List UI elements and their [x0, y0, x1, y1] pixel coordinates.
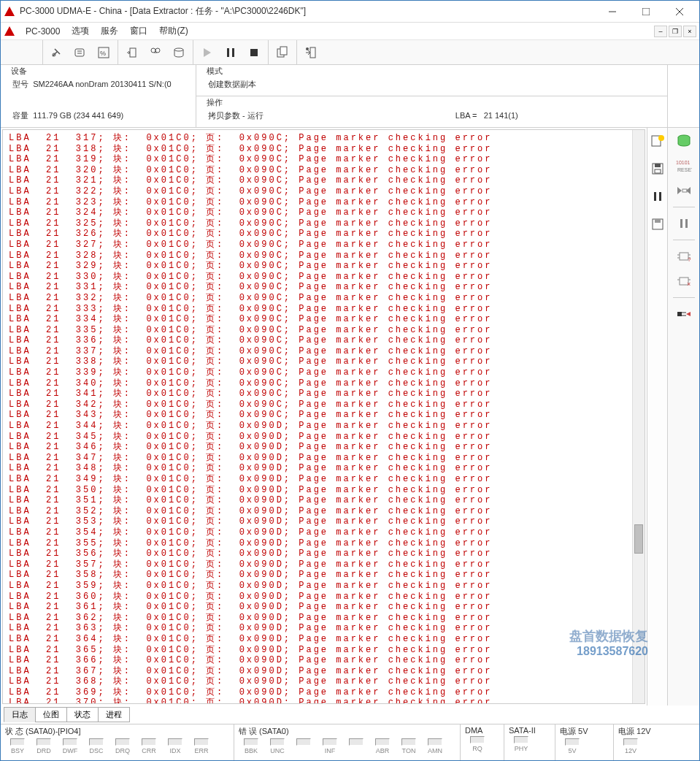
sb-chip2-icon[interactable]: × [674, 272, 694, 290]
svg-rect-19 [232, 48, 234, 57]
log-side-toolbar [647, 128, 667, 705]
svg-rect-33 [655, 219, 661, 223]
menu-options[interactable]: 选项 [66, 23, 95, 39]
status-sata2-label: SATA-II [509, 726, 550, 735]
model-value: SM2246AA nonDram 20130411 S/N:(0 [33, 80, 172, 88]
indicator: ERR [189, 738, 214, 754]
svg-rect-28 [655, 164, 661, 167]
stop-button[interactable] [246, 45, 262, 61]
tool-disk-icon[interactable] [171, 45, 187, 61]
lba-value: 21 141(1) [484, 111, 518, 120]
capacity-label: 容量 [12, 111, 28, 120]
svg-rect-7 [75, 49, 84, 56]
close-button[interactable] [663, 1, 696, 22]
menu-window[interactable]: 窗口 [124, 23, 153, 39]
maximize-button[interactable] [629, 1, 663, 22]
svg-rect-30 [654, 192, 656, 201]
indicator: IDX [163, 738, 188, 754]
svg-rect-31 [659, 192, 661, 201]
mode-group-label: 模式 [205, 66, 224, 75]
mdi-minimize[interactable]: – [654, 26, 667, 37]
mdi-close[interactable]: × [683, 26, 696, 37]
log-scrollbar[interactable] [632, 130, 645, 703]
mdi-restore[interactable]: ❐ [669, 26, 682, 37]
indicator: BSY [5, 738, 30, 754]
svg-rect-12 [130, 48, 136, 57]
indicator: DRQ [110, 738, 135, 754]
mode-value: 创建数据副本 [202, 77, 661, 91]
tab-status[interactable]: 状态 [66, 707, 99, 722]
toolbar: % [1, 40, 699, 65]
status-dma-label: DMA [465, 726, 499, 735]
indicator: AMN [423, 738, 447, 754]
play-button[interactable] [199, 45, 215, 61]
menu-services[interactable]: 服务 [95, 23, 124, 39]
tab-log[interactable]: 日志 [4, 707, 36, 722]
svg-rect-2 [642, 8, 650, 15]
menubar: PC-3000 选项 服务 窗口 帮助(Z) – ❐ × [1, 23, 699, 40]
indicator: 5V [560, 738, 585, 754]
sb-plug-icon[interactable] [674, 305, 694, 323]
tool-exit-icon[interactable] [303, 45, 319, 61]
info-panels: 设备 型号 SM2246AA nonDram 20130411 S/N:(0 容… [1, 65, 699, 128]
svg-text:%: % [100, 50, 106, 57]
status-err-label: 错 误 (SATA0) [239, 726, 455, 737]
svg-marker-5 [4, 26, 15, 36]
lba-label: LBA = [455, 111, 477, 120]
status-bar: 状 态 (SATA0)-[PIO4] BSYDRDDWFDSCDRQCRRIDX… [1, 724, 699, 760]
svg-point-26 [658, 135, 664, 141]
svg-rect-29 [655, 169, 661, 173]
log-tabs: 日志 位图 状态 进程 [1, 705, 699, 724]
indicator: UNC [265, 738, 290, 754]
indicator: TON [396, 738, 421, 754]
indicator: DRD [31, 738, 56, 754]
device-group-label: 设备 [9, 66, 28, 75]
side-new-icon[interactable] [647, 132, 668, 150]
menu-help[interactable]: 帮助(Z) [153, 23, 193, 39]
svg-marker-39 [686, 187, 691, 194]
svg-text:×: × [687, 280, 691, 287]
tool-percent-icon[interactable]: % [96, 45, 112, 61]
svg-rect-40 [680, 219, 682, 228]
svg-rect-41 [685, 219, 688, 228]
tab-bitmap[interactable]: 位图 [35, 707, 67, 722]
status-sata0-label: 状 态 (SATA0)-[PIO4] [5, 726, 229, 737]
side-save-icon[interactable] [647, 160, 668, 177]
indicator: PHY [509, 736, 534, 752]
tool-search-icon[interactable] [147, 45, 164, 61]
right-sidebar: 10101RESET ? × [667, 128, 699, 705]
sb-disk-icon[interactable] [674, 132, 694, 150]
svg-point-24 [306, 47, 309, 50]
svg-text:RESET: RESET [677, 167, 692, 172]
brand-icon [4, 26, 15, 37]
svg-text:?: ? [688, 256, 691, 262]
indicator: BBK [239, 738, 264, 754]
side-pause-icon[interactable] [647, 188, 668, 205]
tool-copy-icon[interactable] [274, 45, 291, 61]
svg-rect-18 [227, 48, 229, 57]
sb-seek-icon[interactable] [674, 182, 694, 199]
scroll-thumb[interactable] [634, 524, 643, 554]
tool-export-icon[interactable] [124, 45, 140, 61]
indicator: CRR [136, 738, 161, 754]
tab-process[interactable]: 进程 [98, 707, 130, 722]
minimize-button[interactable] [596, 1, 629, 22]
indicator: DWF [58, 738, 82, 754]
svg-text:10101: 10101 [676, 160, 691, 165]
sb-chip1-icon[interactable]: ? [674, 248, 694, 265]
indicator: INF [318, 738, 342, 754]
svg-point-14 [155, 48, 160, 53]
pause-button[interactable] [223, 45, 239, 61]
side-save2-icon[interactable] [647, 215, 668, 233]
svg-marker-17 [204, 48, 211, 57]
log-text[interactable]: LBA 21 317; 块: 0x01C0; 页: 0x090C; Page m… [3, 130, 632, 703]
sb-pause-icon[interactable] [674, 215, 694, 232]
indicator: RQ [465, 736, 490, 752]
svg-marker-55 [686, 312, 691, 316]
svg-rect-20 [250, 49, 258, 56]
operation-group-label: 操作 [205, 98, 224, 107]
tool-config-icon[interactable] [72, 45, 88, 61]
tool-settings-icon[interactable] [49, 45, 65, 61]
sb-reset-icon[interactable]: 10101RESET [674, 157, 694, 175]
app-icon [4, 6, 15, 18]
